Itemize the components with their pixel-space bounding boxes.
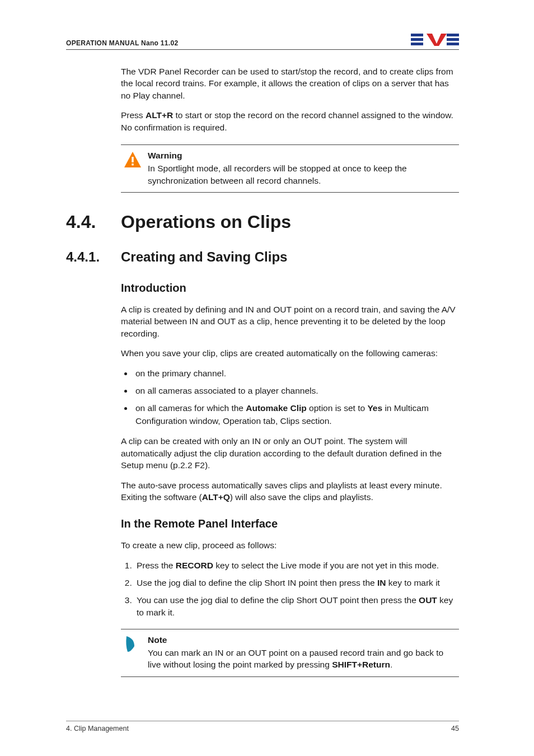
svg-rect-8 (132, 157, 133, 162)
text-span: key to mark it (386, 578, 439, 587)
note-title: Note (148, 634, 453, 646)
section-4-4-heading: 4.4. Operations on Clips (66, 212, 459, 232)
introduction-p1: A clip is created by defining and IN and… (121, 304, 459, 339)
remote-lead: To create a new clip, proceed as follows… (121, 539, 459, 551)
remote-panel-heading: In the Remote Panel Interface (121, 517, 459, 530)
svg-rect-2 (411, 43, 423, 45)
section-number: 4.4. (66, 212, 121, 232)
list-item: on all cameras associated to a player ch… (133, 385, 459, 397)
footer-page-number: 45 (451, 725, 459, 732)
text-span: . (390, 660, 392, 669)
list-item: Press the RECORD key to select the Live … (134, 559, 459, 572)
note-icon (123, 635, 142, 654)
warning-body: In Sportlight mode, all recorders will b… (148, 164, 407, 185)
list-item: You can use the jog dial to define the c… (134, 594, 459, 619)
intro-paragraph-1: The VDR Panel Recorder can be used to st… (121, 66, 459, 101)
text-span: ) will also save the clips and playlists… (230, 492, 373, 502)
svg-rect-4 (447, 34, 459, 36)
key-out: OUT (419, 595, 437, 605)
svg-rect-5 (447, 38, 459, 41)
introduction-p3: A clip can be created with only an IN or… (121, 435, 459, 471)
svg-marker-3 (427, 34, 447, 46)
note-body: You can mark an IN or an OUT point on a … (148, 648, 443, 669)
subsection-number: 4.4.1. (66, 249, 121, 265)
svg-rect-0 (411, 34, 423, 36)
hotkey-shift-return: SHIFT+Return (332, 660, 390, 669)
text-span: You can use the jog dial to define the c… (137, 595, 419, 605)
option-value-yes: Yes (367, 403, 382, 413)
warning-title: Warning (148, 150, 453, 161)
text-span: key to select the Live mode if you are n… (213, 561, 439, 570)
section-title: Operations on Clips (121, 212, 291, 232)
list-item: on all cameras for which the Automake Cl… (133, 402, 459, 427)
warning-box: Warning In Sportlight mode, all recorder… (121, 144, 459, 193)
svg-rect-9 (132, 164, 133, 165)
text-span: Use the jog dial to define the clip Shor… (137, 578, 377, 587)
page-header: OPERATION MANUAL Nano 11.02 (66, 32, 459, 50)
page-footer: 4. Clip Management 45 (66, 721, 459, 732)
hotkey-alt-q: ALT+Q (202, 492, 230, 502)
remote-steps: Press the RECORD key to select the Live … (121, 559, 459, 619)
option-automake-clip: Automake Clip (246, 403, 307, 413)
text-span: You can mark an IN or an OUT point on a … (148, 648, 443, 669)
introduction-p2: When you save your clip, clips are creat… (121, 347, 459, 359)
hotkey-alt-r: ALT+R (146, 110, 173, 120)
intro-paragraph-2: Press ALT+R to start or stop the record … (121, 109, 459, 133)
key-in: IN (377, 578, 386, 587)
list-item: on the primary channel. (133, 367, 459, 380)
svg-rect-6 (447, 43, 459, 45)
warning-icon (123, 151, 142, 170)
evs-logo (411, 32, 459, 47)
text-span: option is set to (307, 403, 368, 413)
text-span: Press the (137, 561, 176, 570)
introduction-heading: Introduction (121, 282, 459, 295)
camera-bullet-list: on the primary channel. on all cameras a… (121, 367, 459, 428)
section-4-4-1-heading: 4.4.1. Creating and Saving Clips (66, 249, 459, 265)
svg-rect-1 (411, 38, 423, 41)
footer-chapter: 4. Clip Management (66, 725, 129, 732)
text-span: on all cameras for which the (135, 403, 246, 413)
subsection-title: Creating and Saving Clips (121, 249, 287, 265)
note-box: Note You can mark an IN or an OUT point … (121, 629, 459, 677)
key-record: RECORD (176, 561, 213, 570)
list-item: Use the jog dial to define the clip Shor… (134, 577, 459, 589)
text-span: Press (121, 110, 146, 120)
introduction-p4: The auto-save process automatically save… (121, 479, 459, 503)
header-manual-title: OPERATION MANUAL Nano 11.02 (66, 39, 178, 47)
